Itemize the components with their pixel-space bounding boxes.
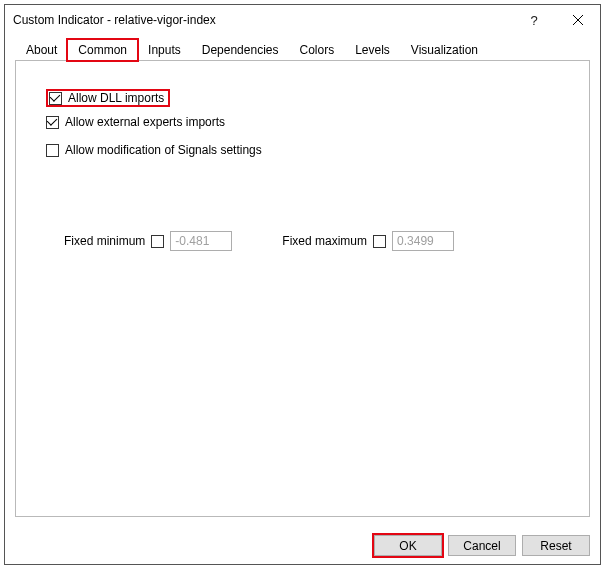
checkbox-allow-signals[interactable]	[46, 144, 59, 157]
tab-panel-common: Allow DLL imports Allow external experts…	[15, 60, 590, 517]
close-icon	[573, 15, 583, 25]
checkbox-fixed-maximum[interactable]	[373, 235, 386, 248]
titlebar: Custom Indicator - relative-vigor-index …	[5, 5, 600, 35]
option-allow-external: Allow external experts imports	[46, 113, 565, 131]
tab-visualization[interactable]: Visualization	[400, 39, 489, 61]
tab-dependencies[interactable]: Dependencies	[191, 39, 290, 61]
ok-button[interactable]: OK	[374, 535, 442, 556]
tab-levels[interactable]: Levels	[344, 39, 401, 61]
label-fixed-maximum: Fixed maximum	[282, 234, 367, 248]
label-fixed-minimum: Fixed minimum	[64, 234, 145, 248]
input-fixed-minimum[interactable]: -0.481	[170, 231, 232, 251]
dialog-buttons: OK Cancel Reset	[5, 527, 600, 564]
fixed-minimum-group: Fixed minimum -0.481	[64, 231, 232, 251]
checkbox-fixed-minimum[interactable]	[151, 235, 164, 248]
help-button[interactable]: ?	[512, 5, 556, 35]
fixed-range-row: Fixed minimum -0.481 Fixed maximum 0.349…	[64, 231, 565, 251]
cancel-button[interactable]: Cancel	[448, 535, 516, 556]
label-allow-external: Allow external experts imports	[65, 115, 225, 129]
dialog-window: Custom Indicator - relative-vigor-index …	[4, 4, 601, 565]
tab-inputs[interactable]: Inputs	[137, 39, 192, 61]
tab-common[interactable]: Common	[67, 39, 138, 61]
checkbox-allow-dll[interactable]	[49, 92, 62, 105]
tab-about[interactable]: About	[15, 39, 68, 61]
fixed-maximum-group: Fixed maximum 0.3499	[282, 231, 454, 251]
label-allow-signals: Allow modification of Signals settings	[65, 143, 262, 157]
input-fixed-maximum[interactable]: 0.3499	[392, 231, 454, 251]
tab-strip: About Common Inputs Dependencies Colors …	[15, 39, 590, 61]
label-allow-dll: Allow DLL imports	[68, 91, 164, 105]
option-allow-dll: Allow DLL imports	[46, 89, 170, 107]
close-button[interactable]	[556, 5, 600, 35]
content-area: About Common Inputs Dependencies Colors …	[5, 35, 600, 527]
reset-button[interactable]: Reset	[522, 535, 590, 556]
tab-colors[interactable]: Colors	[288, 39, 345, 61]
window-title: Custom Indicator - relative-vigor-index	[13, 13, 512, 27]
checkbox-allow-external[interactable]	[46, 116, 59, 129]
option-allow-signals: Allow modification of Signals settings	[46, 141, 565, 159]
